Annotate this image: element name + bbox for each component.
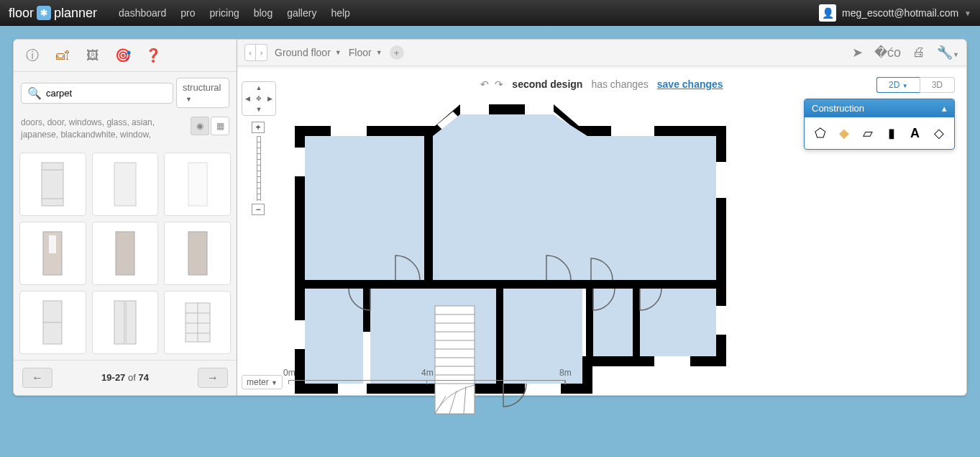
chevron-down-icon: ▼ — [964, 9, 971, 17]
info-icon[interactable]: ⓘ — [22, 45, 42, 65]
save-changes-link[interactable]: save changes — [657, 78, 723, 90]
view-2d-icon[interactable]: ▦ — [211, 117, 229, 135]
redo-icon[interactable]: ↷ — [495, 78, 503, 90]
sidebar-collapse-button[interactable]: ‹› — [244, 44, 267, 61]
design-status: has changes — [591, 78, 648, 90]
page-info: 19-27 of 74 — [101, 372, 149, 383]
svg-rect-0 — [42, 163, 63, 206]
canvas[interactable]: ▲ ◀✥▶ ▼ + − ↶ ↷ second design has change… — [237, 68, 966, 395]
view-3d-icon[interactable]: ◉ — [191, 117, 209, 135]
svg-rect-25 — [582, 356, 592, 394]
nav-pad[interactable]: ▲ ◀✥▶ ▼ — [242, 81, 276, 116]
svg-rect-3 — [114, 163, 136, 206]
search-icon: 🔍 — [27, 86, 42, 100]
svg-rect-32 — [633, 289, 640, 359]
share-icon[interactable]: �ćo — [874, 45, 901, 60]
unit-select[interactable]: meter ▼ — [242, 375, 283, 389]
nav-gallery[interactable]: gallery — [287, 7, 316, 19]
item-door-7[interactable] — [19, 291, 86, 354]
item-door-8[interactable] — [92, 291, 159, 354]
floor-select-ground[interactable]: Ground floor▼ — [275, 47, 342, 58]
view-mode-toggle: 2D ▼ 3D — [876, 77, 955, 93]
tag-suggestions[interactable]: doors, door, windows, glass, asian, japa… — [21, 117, 191, 141]
nav-blog[interactable]: blog — [254, 7, 273, 19]
construction-header[interactable]: Construction ▴ — [805, 99, 954, 117]
undo-icon[interactable]: ↶ — [480, 78, 489, 90]
pan-up-icon: ▲ — [253, 82, 264, 93]
construction-panel: Construction ▴ ⬠ ◆ ▱ ▮ A ◇ — [804, 99, 955, 150]
nav-pricing[interactable]: pricing — [209, 7, 239, 19]
pagination: ← 19-27 of 74 → — [14, 360, 237, 395]
item-door-1[interactable] — [19, 153, 86, 216]
filter-select[interactable]: structural ▼ — [176, 78, 229, 108]
svg-rect-31 — [586, 289, 593, 359]
svg-rect-37 — [716, 162, 726, 198]
nav-dashboard[interactable]: dashboard — [119, 7, 166, 19]
svg-rect-53 — [640, 289, 716, 356]
floorplan[interactable] — [295, 104, 733, 443]
nav-help[interactable]: help — [331, 7, 349, 19]
room-tool-icon[interactable]: ⬠ — [810, 123, 830, 143]
furniture-icon[interactable]: 🛋 — [52, 45, 73, 65]
door-tool-icon[interactable]: ▮ — [881, 123, 901, 143]
target-icon[interactable]: 🎯 — [113, 45, 133, 65]
zoom-out-button[interactable]: − — [252, 204, 265, 215]
view-2d-button[interactable]: 2D ▼ — [876, 77, 920, 93]
svg-rect-35 — [331, 126, 367, 136]
zoom-in-button[interactable]: + — [252, 122, 265, 133]
pan-left-icon: ◀ — [242, 93, 253, 104]
design-info: ↶ ↷ second design has changes save chang… — [480, 78, 723, 90]
search-input[interactable] — [46, 88, 167, 99]
svg-marker-47 — [433, 114, 587, 280]
item-door-2[interactable] — [92, 153, 159, 216]
user-menu[interactable]: 👤 meg_escott@hotmail.com ▼ — [819, 4, 971, 22]
svg-rect-8 — [188, 232, 207, 275]
nav-pro[interactable]: pro — [180, 7, 195, 19]
canvas-area: ‹› Ground floor▼ Floor▼ + ➤ �ćo 🖨 🔧▼ ▲ ◀… — [237, 39, 967, 396]
item-window-1[interactable] — [164, 291, 231, 354]
logo-text: floor — [9, 6, 34, 21]
svg-rect-26 — [424, 136, 433, 287]
print-icon[interactable]: 🖨 — [912, 45, 925, 60]
view-3d-button[interactable]: 3D — [920, 77, 955, 93]
chevron-down-icon: ▼ — [186, 96, 192, 103]
items-grid — [14, 147, 237, 360]
add-floor-button[interactable]: + — [390, 45, 404, 60]
zoom-track[interactable] — [257, 136, 261, 201]
svg-rect-48 — [587, 136, 716, 280]
svg-rect-52 — [593, 289, 633, 356]
page-prev-button[interactable]: ← — [22, 368, 52, 388]
floor-select-floor[interactable]: Floor▼ — [349, 47, 383, 58]
wall-tool-icon[interactable]: ▱ — [858, 123, 877, 143]
item-door-6[interactable] — [164, 222, 231, 285]
collapse-icon: ▴ — [942, 103, 947, 114]
svg-rect-7 — [116, 232, 134, 275]
pan-down-icon: ▼ — [253, 104, 264, 115]
text-tool-icon[interactable]: A — [905, 123, 925, 143]
logo[interactable]: floor ✱ planner — [9, 6, 97, 21]
avatar-icon: 👤 — [819, 4, 836, 22]
item-door-3[interactable] — [164, 153, 231, 216]
help-icon[interactable]: ❓ — [143, 45, 163, 65]
ceiling-tool-icon[interactable]: ◇ — [929, 123, 948, 143]
pan-center-icon: ✥ — [253, 93, 264, 104]
user-email: meg_escott@hotmail.com — [842, 7, 958, 19]
item-door-5[interactable] — [92, 222, 159, 285]
logo-text: planner — [54, 6, 97, 21]
filter-label: structural — [183, 82, 221, 93]
search-input-wrap: 🔍 — [21, 83, 173, 104]
image-icon[interactable]: 🖼 — [83, 45, 103, 65]
svg-rect-33 — [295, 148, 305, 176]
zoom-slider[interactable]: + − — [252, 122, 266, 215]
sidebar-toolbar: ⓘ 🛋 🖼 🎯 ❓ — [14, 40, 237, 72]
wrench-icon[interactable]: 🔧▼ — [937, 45, 959, 60]
svg-rect-34 — [295, 320, 305, 349]
page-next-button[interactable]: → — [198, 368, 228, 388]
svg-rect-12 — [126, 301, 136, 344]
floor-tool-icon[interactable]: ◆ — [834, 123, 853, 143]
send-icon[interactable]: ➤ — [852, 45, 863, 60]
svg-rect-28 — [295, 280, 726, 289]
svg-rect-4 — [188, 163, 207, 206]
item-door-4[interactable] — [19, 222, 86, 285]
sidebar: ⓘ 🛋 🖼 🎯 ❓ 🔍 structural ▼ doors, door, wi… — [13, 39, 237, 396]
